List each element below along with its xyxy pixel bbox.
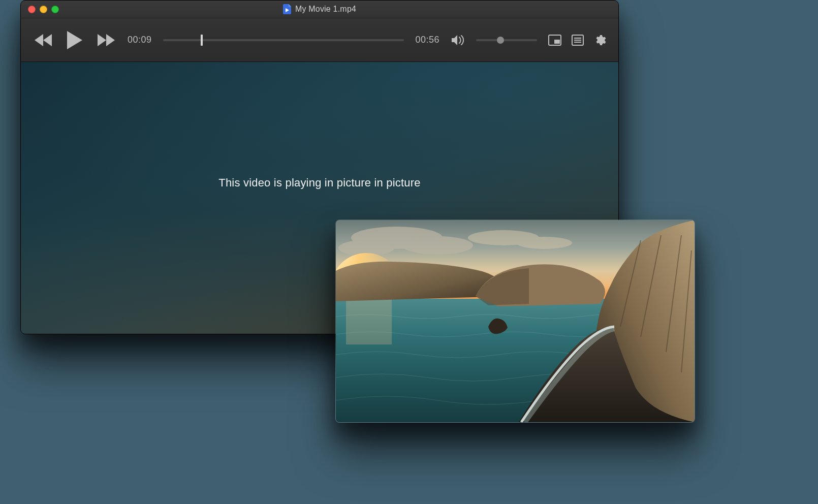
window-titlebar[interactable]: My Movie 1.mp4 xyxy=(21,1,618,18)
duration: 00:56 xyxy=(415,35,439,45)
playback-controls xyxy=(33,30,116,50)
seek-track xyxy=(163,39,404,41)
player-toolbar: 00:09 00:56 xyxy=(21,18,618,62)
window-zoom-button[interactable] xyxy=(51,6,59,13)
play-icon xyxy=(66,30,84,50)
rewind-button[interactable] xyxy=(33,33,53,48)
settings-button[interactable] xyxy=(594,34,606,46)
current-time: 00:09 xyxy=(128,35,152,45)
picture-in-picture-button[interactable] xyxy=(548,35,561,46)
pip-floating-window[interactable] xyxy=(335,219,695,423)
window-title-group: My Movie 1.mp4 xyxy=(283,4,356,14)
volume-icon xyxy=(451,34,465,46)
fast-forward-icon xyxy=(96,33,116,48)
svg-rect-1 xyxy=(554,40,560,44)
gear-icon xyxy=(594,34,606,46)
pip-video-frame xyxy=(336,220,695,422)
play-button[interactable] xyxy=(66,30,84,50)
volume-button[interactable] xyxy=(451,34,465,46)
picture-in-picture-icon xyxy=(548,35,561,46)
volume-track xyxy=(476,39,537,41)
volume-slider[interactable] xyxy=(476,34,537,46)
seek-thumb[interactable] xyxy=(201,35,203,46)
window-minimize-button[interactable] xyxy=(40,6,47,13)
toolbar-right xyxy=(548,34,606,46)
window-title: My Movie 1.mp4 xyxy=(295,5,356,14)
fast-forward-button[interactable] xyxy=(96,33,116,48)
seek-slider[interactable] xyxy=(163,34,404,46)
window-traffic-lights xyxy=(28,1,59,18)
window-close-button[interactable] xyxy=(28,6,36,13)
volume-thumb[interactable] xyxy=(497,37,504,44)
playlist-button[interactable] xyxy=(572,35,584,46)
rewind-icon xyxy=(33,33,53,48)
playlist-icon xyxy=(572,35,584,46)
video-file-icon xyxy=(283,4,291,14)
